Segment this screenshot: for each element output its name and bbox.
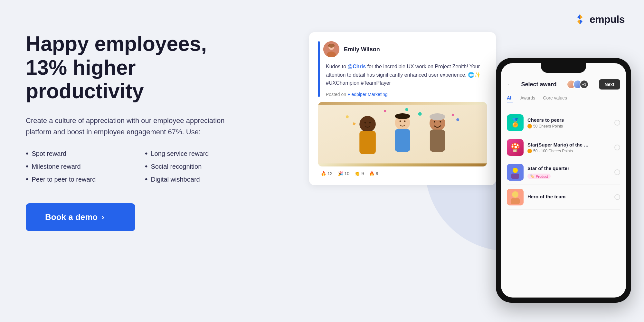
blue-accent-bar xyxy=(318,41,320,97)
award-info-cheers: Cheers to peers 50 Cheers Points xyxy=(527,117,611,128)
feature-digital: Digital wishboard xyxy=(145,175,245,184)
tab-core-values[interactable]: Core values xyxy=(543,95,567,102)
award-item-mario[interactable]: 🍄 Star(Super Mario) of the month(Dec... … xyxy=(507,135,620,160)
award-name-hero: Hero of the team xyxy=(527,194,592,199)
award-thumb-mario: 🍄 xyxy=(507,139,524,156)
award-thumb-quarter xyxy=(507,164,524,181)
phone-notch xyxy=(541,63,586,73)
award-item-quarter[interactable]: Star of the quarter 🏷️ Product xyxy=(507,160,620,185)
award-name-mario: Star(Super Mario) of the month(Dec... xyxy=(527,142,592,147)
feature-long-service: Long service reward xyxy=(145,149,245,158)
book-demo-arrow: › xyxy=(101,212,104,222)
select-award-title: Select award xyxy=(521,81,557,88)
reaction-count-3: 9 xyxy=(361,171,364,176)
company-name: Piedpiper Marketing xyxy=(347,92,388,97)
award-radio-cheers[interactable] xyxy=(614,120,620,126)
award-radio-quarter[interactable] xyxy=(614,169,620,175)
svg-point-12 xyxy=(365,122,366,123)
svg-point-25 xyxy=(384,110,386,112)
card-header: Emily Wilson xyxy=(323,41,487,57)
svg-point-7 xyxy=(328,44,335,48)
phone-content: ← Select award +3 Next All Awards Core v… xyxy=(501,63,626,298)
award-item-cheers[interactable]: 🏅 Cheers to peers 50 Cheers Points xyxy=(507,110,620,135)
book-demo-button[interactable]: Book a demo › xyxy=(26,203,135,231)
award-info-hero: Hero of the team xyxy=(527,194,611,201)
svg-point-16 xyxy=(400,120,401,122)
feature-spot-reward: Spot reward xyxy=(26,149,126,158)
user-avatar xyxy=(323,41,339,57)
svg-point-21 xyxy=(434,121,435,123)
award-radio-hero[interactable] xyxy=(614,194,620,200)
reaction-count-2: 10 xyxy=(345,171,350,176)
reaction-count-4: 9 xyxy=(376,171,378,176)
reactions-row: 🔥12 🎉10 👏9 🔥9 xyxy=(318,171,487,176)
reaction-3: 👏9 xyxy=(355,171,364,176)
svg-point-26 xyxy=(418,112,422,116)
reaction-4: 🔥9 xyxy=(369,171,378,176)
tab-awards[interactable]: Awards xyxy=(520,95,535,102)
right-section: Emily Wilson Kudos to @Chris for the inc… xyxy=(290,0,644,322)
reaction-2: 🎉10 xyxy=(338,171,350,176)
book-demo-label: Book a demo xyxy=(45,212,98,222)
phone-header: ← Select award +3 Next xyxy=(507,79,620,90)
posted-on: Posted on Piedpiper Marketing xyxy=(323,92,487,97)
svg-rect-33 xyxy=(511,198,520,204)
award-name-cheers: Cheers to peers xyxy=(527,117,592,123)
coin-icon-mario xyxy=(527,149,532,153)
svg-point-23 xyxy=(430,113,445,120)
award-points-mario: 50 - 100 Cheers Points xyxy=(527,149,611,153)
award-info-mario: Star(Super Mario) of the month(Dec... 50… xyxy=(527,142,611,153)
award-item-hero[interactable]: Hero of the team xyxy=(507,185,620,210)
award-thumb-cheers: 🏅 xyxy=(507,114,524,131)
phone-avatars: +3 xyxy=(567,80,589,89)
reaction-count-1: 12 xyxy=(327,171,333,176)
svg-point-22 xyxy=(440,121,441,123)
card-image xyxy=(318,102,487,166)
feature-peer: Peer to peer to reward xyxy=(26,175,126,184)
award-thumb-hero xyxy=(507,189,524,205)
award-tag-quarter: 🏷️ Product xyxy=(527,174,551,179)
avatar-plus: +3 xyxy=(580,80,589,89)
social-card: Emily Wilson Kudos to @Chris for the inc… xyxy=(309,32,496,185)
feature-social: Social recognition xyxy=(145,162,245,171)
phone-tabs: All Awards Core values xyxy=(507,95,620,105)
main-headline: Happy employees, 13% higher productivity xyxy=(26,32,245,103)
award-points-cheers: 50 Cheers Points xyxy=(527,124,611,128)
next-button[interactable]: Next xyxy=(599,79,620,90)
back-button[interactable]: ← xyxy=(507,82,511,87)
left-content: Happy employees, 13% higher productivity… xyxy=(26,32,245,231)
svg-rect-11 xyxy=(359,131,376,154)
svg-rect-15 xyxy=(395,129,410,152)
award-name-quarter: Star of the quarter xyxy=(527,166,592,171)
svg-point-24 xyxy=(346,115,349,118)
back-icon: ← xyxy=(507,82,511,87)
award-radio-mario[interactable] xyxy=(614,145,620,150)
feature-milestone: Milestone reward xyxy=(26,162,126,171)
card-body: Kudos to @Chris for the incredible UX wo… xyxy=(323,62,487,87)
svg-rect-20 xyxy=(430,129,445,152)
award-info-quarter: Star of the quarter 🏷️ Product xyxy=(527,166,611,179)
svg-point-27 xyxy=(456,118,459,121)
sub-text: Create a culture of appreciation with ou… xyxy=(26,115,232,137)
phone-mockup: ← Select award +3 Next All Awards Core v… xyxy=(496,58,631,303)
mention-chris: @Chris xyxy=(348,64,366,69)
reaction-1: 🔥12 xyxy=(321,171,333,176)
svg-point-18 xyxy=(395,113,410,119)
svg-point-17 xyxy=(404,120,406,122)
coin-icon xyxy=(527,124,532,128)
svg-point-13 xyxy=(369,122,371,123)
features-grid: Spot reward Long service reward Mileston… xyxy=(26,149,245,184)
svg-point-10 xyxy=(359,116,376,132)
tab-all[interactable]: All xyxy=(507,95,513,102)
user-name: Emily Wilson xyxy=(344,46,380,53)
phone-screen: ← Select award +3 Next All Awards Core v… xyxy=(501,63,626,298)
svg-point-32 xyxy=(512,191,518,198)
